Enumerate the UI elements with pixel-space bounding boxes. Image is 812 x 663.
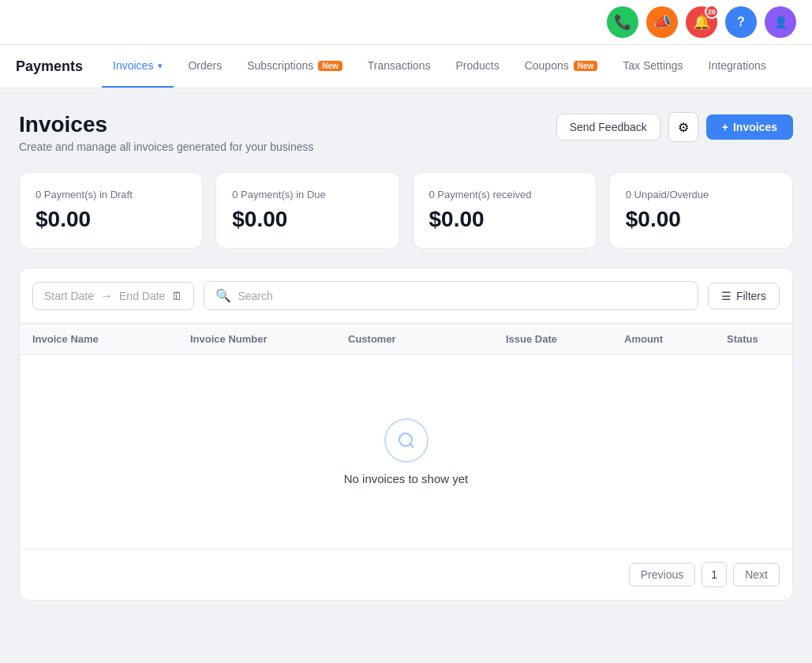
empty-state: No invoices to show yet [20,355,792,549]
subscriptions-badge: New [318,61,342,71]
stats-grid: 0 Payment(s) in Draft $0.00 0 Payment(s)… [19,172,793,249]
settings-button[interactable]: ⚙ [668,112,698,142]
table-section: Start Date → End Date 🗓 🔍 ☰ Filters Invo… [19,268,793,601]
notification-badge: 26 [705,5,719,19]
svg-point-0 [399,433,412,446]
stat-card-due: 0 Payment(s) in Due $0.00 [215,172,399,249]
stat-label-overdue: 0 Unpaid/Overdue [626,189,776,200]
gear-icon: ⚙ [678,120,689,135]
nav-item-tax-settings[interactable]: Tax Settings [612,45,694,88]
stat-value-overdue: $0.00 [626,207,776,232]
coupons-badge: New [574,61,598,71]
filter-icon: ☰ [721,290,732,302]
start-date-label: Start Date [44,290,94,302]
date-range-picker[interactable]: Start Date → End Date 🗓 [32,282,194,310]
stat-value-due: $0.00 [232,207,383,232]
page-actions: Send Feedback ⚙ + Invoices [556,112,793,142]
nav-item-orders[interactable]: Orders [177,45,233,88]
arrow-icon: → [100,289,113,303]
col-invoice-number: Invoice Number [190,333,348,345]
stat-card-draft: 0 Payment(s) in Draft $0.00 [19,172,203,249]
brand-label: Payments [16,46,83,88]
nav-item-coupons[interactable]: Coupons New [514,45,609,88]
stat-value-draft: $0.00 [36,207,186,232]
col-status: Status [727,333,780,345]
new-invoice-button[interactable]: + Invoices [706,114,793,140]
nav-item-subscriptions[interactable]: Subscriptions New [236,45,354,88]
plus-icon: + [722,121,728,133]
end-date-label: End Date [119,290,165,302]
dropdown-icon: ▾ [158,61,163,71]
search-icon: 🔍 [215,288,231,303]
stat-value-received: $0.00 [429,207,580,232]
help-button[interactable]: ? [725,6,757,38]
stat-card-received: 0 Payment(s) received $0.00 [413,172,597,249]
pagination: Previous 1 Next [20,549,792,600]
stat-card-overdue: 0 Unpaid/Overdue $0.00 [609,172,793,249]
stat-label-received: 0 Payment(s) received [429,189,580,200]
avatar-button[interactable]: 👤 [765,6,796,38]
main-nav: Payments Invoices ▾ Orders Subscriptions… [0,45,812,88]
page-subtitle: Create and manage all invoices generated… [19,140,314,153]
send-feedback-button[interactable]: Send Feedback [556,114,660,140]
search-bar: 🔍 [204,281,698,310]
filters-button[interactable]: ☰ Filters [708,283,780,309]
filter-bar: Start Date → End Date 🗓 🔍 ☰ Filters [20,268,792,323]
top-bar: 📞 📣 🔔 26 ? 👤 [0,0,812,45]
col-issue-date: Issue Date [506,333,624,345]
phone-button[interactable]: 📞 [607,6,638,38]
page-title-section: Invoices Create and manage all invoices … [19,112,314,153]
page-number[interactable]: 1 [702,562,727,587]
table-header: Invoice Name Invoice Number Customer Iss… [20,323,792,355]
search-input[interactable] [238,290,686,302]
notification-button[interactable]: 🔔 26 [686,6,717,38]
megaphone-button[interactable]: 📣 [646,6,678,38]
empty-text: No invoices to show yet [344,472,469,485]
page-title: Invoices [19,112,314,137]
empty-search-icon [384,418,428,463]
stat-label-draft: 0 Payment(s) in Draft [36,189,186,200]
col-invoice-name: Invoice Name [32,333,190,345]
nav-item-integrations[interactable]: Integrations [698,45,777,88]
nav-item-invoices[interactable]: Invoices ▾ [102,45,174,88]
previous-button[interactable]: Previous [629,563,695,586]
calendar-icon: 🗓 [171,290,182,302]
col-amount: Amount [624,333,727,345]
stat-label-due: 0 Payment(s) in Due [232,189,383,200]
col-customer: Customer [348,333,506,345]
next-button[interactable]: Next [733,563,780,586]
page-header: Invoices Create and manage all invoices … [19,112,793,153]
main-content: Invoices Create and manage all invoices … [0,88,812,624]
nav-item-transactions[interactable]: Transactions [357,45,442,88]
nav-item-products[interactable]: Products [444,45,510,88]
